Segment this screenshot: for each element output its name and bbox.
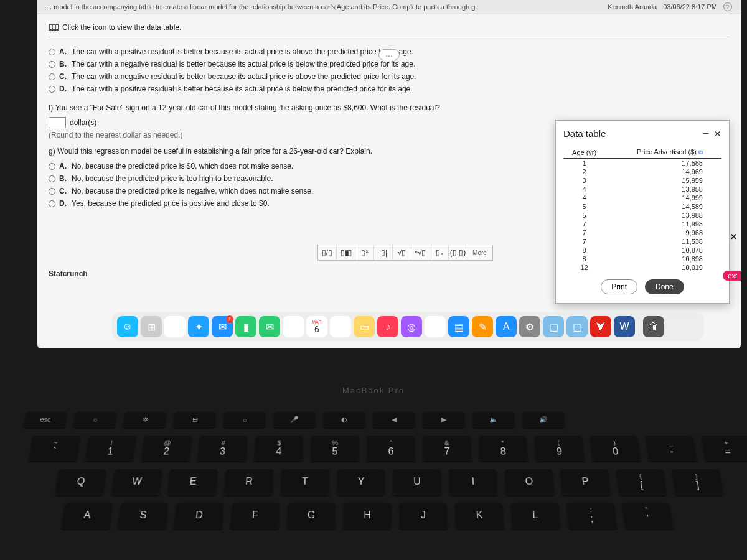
equation-button[interactable]: (▯,▯)	[449, 245, 467, 260]
table-row: 514,589	[563, 202, 721, 211]
key[interactable]: #3	[197, 435, 248, 461]
minimize-button[interactable]: –	[703, 127, 709, 140]
key[interactable]: A	[60, 502, 114, 528]
dock-trash[interactable]: 🗑	[643, 316, 664, 337]
key[interactable]: ~`	[27, 435, 82, 461]
dock-reminders[interactable]: ≣	[330, 316, 351, 337]
dock-photos[interactable]: ✿	[283, 316, 304, 337]
col-age: Age (yr)	[563, 146, 605, 159]
key[interactable]: ▶	[422, 411, 466, 427]
key[interactable]: P	[559, 469, 611, 495]
key[interactable]: W	[110, 469, 163, 495]
equation-button[interactable]: More	[467, 245, 492, 260]
key[interactable]: I	[448, 469, 499, 495]
print-button[interactable]: Print	[601, 279, 637, 294]
key[interactable]: $4	[253, 435, 304, 461]
key[interactable]: Y	[336, 469, 386, 495]
dock-appstore[interactable]: A	[496, 316, 517, 337]
dock-acrobat[interactable]: ⮟	[590, 316, 611, 337]
equation-button[interactable]: ▯ₓ	[430, 245, 449, 260]
key[interactable]: L	[510, 502, 561, 528]
dock-folder1[interactable]: ▢	[543, 316, 564, 337]
table-row: 810,898	[563, 254, 721, 263]
key[interactable]: &7	[422, 435, 472, 461]
key[interactable]: ◀	[372, 411, 416, 427]
key[interactable]: E	[167, 469, 219, 495]
dock-chrome[interactable]: ◉	[164, 316, 186, 337]
key[interactable]: )0	[589, 435, 642, 461]
help-icon[interactable]: ?	[723, 2, 732, 11]
key[interactable]: @2	[140, 435, 193, 461]
dock-mail[interactable]: ✉1	[212, 316, 233, 337]
dock-safari[interactable]: ✦	[188, 316, 209, 337]
key[interactable]: ☼	[72, 411, 118, 427]
radio-icon	[49, 188, 55, 195]
dock-folder2[interactable]: ▢	[566, 316, 588, 337]
mc-option[interactable]: D. The car with a positive residual is b…	[49, 83, 730, 95]
key[interactable]: ◐	[322, 411, 367, 427]
statcrunch-link[interactable]: Statcrunch	[49, 269, 88, 278]
key[interactable]: (9	[533, 435, 585, 461]
key[interactable]: Q	[54, 469, 107, 495]
dock-launchpad[interactable]: ⊞	[141, 316, 162, 337]
key[interactable]: R	[223, 469, 275, 495]
open-data-table-link[interactable]: Click the icon to view the data table.	[49, 21, 730, 37]
table-icon	[49, 24, 59, 31]
dock-facetime[interactable]: ▮	[235, 316, 256, 337]
table-row: 1210,019	[563, 263, 721, 272]
key[interactable]: {[	[615, 469, 669, 495]
key[interactable]: ⌕	[222, 411, 267, 427]
mc-option[interactable]: C. The car with a negative residual is b…	[49, 71, 730, 82]
key[interactable]: :;	[565, 502, 618, 528]
key[interactable]: U	[392, 469, 443, 495]
key[interactable]: H	[342, 502, 393, 528]
key[interactable]: ✲	[122, 411, 167, 427]
dock-numbers[interactable]: ▥	[425, 316, 446, 337]
key[interactable]: K	[454, 502, 505, 528]
dock-notes[interactable]: ▭	[354, 316, 375, 337]
copy-icon[interactable]: ⧉	[698, 149, 703, 156]
key[interactable]: D	[173, 502, 225, 528]
dock-pages[interactable]: ✎	[472, 316, 493, 337]
key[interactable]: _-	[644, 435, 698, 461]
key[interactable]: *8	[477, 435, 529, 461]
close-button[interactable]: ✕	[714, 129, 721, 139]
dock-messages[interactable]: ✉	[259, 316, 280, 337]
done-button[interactable]: Done	[645, 279, 684, 294]
equation-button[interactable]: ▯/▯	[318, 245, 337, 260]
key[interactable]: S	[116, 502, 169, 528]
key[interactable]: !1	[84, 435, 138, 461]
key[interactable]: }]	[670, 469, 725, 495]
residual-input[interactable]	[49, 117, 66, 128]
dock-keynote[interactable]: ▤	[448, 316, 469, 337]
ext-badge[interactable]: ext	[723, 271, 741, 281]
key[interactable]: ⊟	[172, 411, 218, 427]
key[interactable]: 🔈	[471, 411, 516, 427]
key[interactable]: G	[286, 502, 337, 528]
key[interactable]: %5	[309, 435, 360, 461]
key[interactable]: T	[280, 469, 331, 495]
question-context: ... model in the accompanying table to c…	[46, 3, 608, 11]
equation-button[interactable]: ⁿ√▯	[411, 245, 430, 260]
key[interactable]: +=	[700, 435, 747, 461]
key[interactable]: 🔊	[521, 411, 566, 427]
equation-button[interactable]: |▯|	[374, 245, 393, 260]
dock-word[interactable]: W	[614, 316, 635, 337]
dock-calendar[interactable]: MAR6	[306, 316, 327, 337]
key[interactable]: J	[398, 502, 449, 528]
key[interactable]: O	[504, 469, 555, 495]
key[interactable]: esc	[22, 411, 69, 427]
dock-finder[interactable]: ☺	[117, 316, 138, 337]
expand-pill[interactable]: …	[378, 49, 400, 60]
close-x-icon[interactable]: ✕	[730, 232, 737, 241]
dock-settings[interactable]: ⚙	[519, 316, 540, 337]
equation-button[interactable]: √▯	[393, 245, 411, 260]
key[interactable]: 🎤	[272, 411, 316, 427]
key[interactable]: "'	[621, 502, 674, 528]
dock-music[interactable]: ♪	[377, 316, 398, 337]
key[interactable]: F	[229, 502, 281, 528]
equation-button[interactable]: ▯ˣ	[355, 245, 374, 260]
equation-button[interactable]: ▯◧	[337, 245, 355, 260]
key[interactable]: ^6	[366, 435, 416, 461]
dock-podcasts[interactable]: ◎	[401, 316, 422, 337]
